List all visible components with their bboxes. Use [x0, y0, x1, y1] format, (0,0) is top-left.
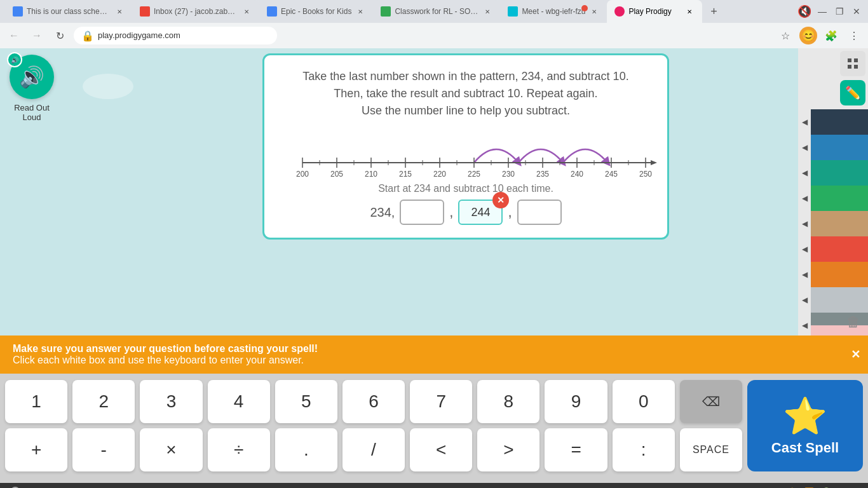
color-swatch-green[interactable]	[811, 186, 868, 211]
mute-icon[interactable]: 🔇	[797, 4, 811, 18]
tab-favicon	[614, 6, 625, 17]
color-arrow: ◀	[798, 321, 811, 330]
tab-classwork[interactable]: Classwork for RL - SOCI/... ✕	[373, 0, 500, 23]
center-panel: Take the last number shown in the patter…	[64, 48, 868, 336]
key-colon[interactable]: :	[613, 428, 675, 471]
answer-input-3[interactable]	[517, 200, 562, 225]
key-7[interactable]: 7	[410, 380, 472, 423]
svg-text:210: 210	[365, 170, 377, 179]
key-2[interactable]: 2	[72, 380, 135, 423]
tab-gmail[interactable]: Inbox (27) - jacob.zabal... ✕	[132, 0, 259, 23]
profile-avatar[interactable]: 😊	[799, 27, 817, 44]
input1-wrapper	[400, 200, 444, 225]
tab-close-btn[interactable]: ✕	[355, 6, 365, 17]
color-arrow: ◀	[798, 295, 811, 304]
input2-wrapper: ✕	[458, 200, 503, 225]
key-minus[interactable]: -	[72, 428, 135, 471]
backspace-key[interactable]: ⌫	[680, 380, 742, 423]
cast-spell-button[interactable]: ⭐ Cast Spell	[747, 380, 863, 471]
extensions-icon[interactable]: 🧩	[822, 27, 840, 44]
color-palette: ✏️ ◀ ◀ ◀	[798, 48, 868, 336]
color-row-orange: ◀	[798, 262, 868, 287]
trash-button[interactable]: 🗑	[846, 314, 860, 330]
key-3[interactable]: 3	[140, 380, 202, 423]
key-5[interactable]: 5	[275, 380, 337, 423]
key-slash[interactable]: /	[342, 428, 405, 471]
key-6[interactable]: 6	[342, 380, 405, 423]
key-multiply[interactable]: ×	[140, 428, 202, 471]
key-1[interactable]: 1	[5, 380, 67, 423]
svg-text:240: 240	[571, 170, 583, 179]
bookmark-icon[interactable]: ☆	[776, 27, 794, 44]
tab-meet[interactable]: Meet - wbg-iefr-fzu ✕	[500, 0, 607, 23]
answer-input-1[interactable]	[400, 200, 444, 225]
main-content: 🔊 🔊 Read Out Loud Take the last number s…	[0, 48, 868, 336]
tab-label: This is our class schedu...	[27, 7, 111, 16]
tab-favicon	[381, 6, 391, 17]
tab-label: Meet - wbg-iefr-fzu	[522, 7, 585, 16]
tab-close-btn[interactable]: ✕	[589, 6, 599, 17]
color-row-blue: ◀	[798, 135, 868, 160]
menu-icon[interactable]: ⋮	[845, 27, 863, 44]
svg-text:225: 225	[468, 170, 480, 179]
pencil-button[interactable]: ✏️	[840, 80, 865, 105]
key-less-than[interactable]: <	[410, 428, 472, 471]
tab-bar: This is our class schedu... ✕ Inbox (27)…	[0, 0, 868, 23]
color-swatches: ◀ ◀ ◀ ◀	[798, 109, 868, 336]
color-row-teal: ◀	[798, 160, 868, 186]
restore-button[interactable]: ❐	[833, 4, 846, 19]
keyboard-row-1: 1 2 3 4 5 6 7 8 9 0 ⌫	[5, 380, 742, 423]
tab-class-schedule[interactable]: This is our class schedu... ✕	[5, 0, 132, 23]
key-divide[interactable]: ÷	[208, 428, 270, 471]
color-swatch-dark-navy[interactable]	[811, 109, 868, 135]
url-bar[interactable]: 🔒 play.prodigygame.com	[74, 27, 277, 44]
pencil-icon: ✏️	[845, 85, 861, 100]
key-0[interactable]: 0	[613, 380, 675, 423]
color-arrow: ◀	[798, 143, 811, 152]
key-dot[interactable]: .	[275, 428, 337, 471]
color-row-tan: ◀	[798, 211, 868, 236]
key-greater-than[interactable]: >	[477, 428, 539, 471]
key-4[interactable]: 4	[208, 380, 270, 423]
color-swatch-orange[interactable]	[811, 262, 868, 287]
key-8[interactable]: 8	[477, 380, 539, 423]
tab-prodigy[interactable]: Play Prodigy ✕	[607, 0, 702, 23]
answer-area: 234, , ✕ ,	[283, 200, 648, 225]
tab-label: Epic - Books for Kids	[281, 7, 351, 16]
color-swatch-blue[interactable]	[811, 135, 868, 160]
key-equals[interactable]: =	[545, 428, 607, 471]
color-swatch-light-gray[interactable]	[811, 287, 868, 313]
space-key[interactable]: SPACE	[680, 428, 742, 471]
refresh-button[interactable]: ↻	[51, 27, 69, 44]
question-card: Take the last number shown in the patter…	[262, 53, 669, 240]
color-row-red: ◀	[798, 236, 868, 262]
key-9[interactable]: 9	[545, 380, 607, 423]
svg-rect-37	[854, 65, 858, 69]
color-arrow: ◀	[798, 245, 811, 254]
cast-spell-label: Cast Spell	[771, 440, 839, 456]
tab-label: Classwork for RL - SOCI/...	[395, 7, 478, 16]
close-button[interactable]: ✕	[850, 4, 863, 19]
minimize-button[interactable]: —	[815, 4, 829, 19]
tab-epic[interactable]: Epic - Books for Kids ✕	[259, 0, 373, 23]
tab-close-btn[interactable]: ✕	[684, 6, 695, 17]
key-plus[interactable]: +	[5, 428, 67, 471]
color-swatch-tan[interactable]	[811, 211, 868, 236]
color-swatch-teal[interactable]	[811, 160, 868, 186]
svg-text:205: 205	[330, 170, 343, 179]
new-tab-button[interactable]: +	[705, 3, 722, 20]
back-button[interactable]: ←	[5, 27, 23, 44]
lock-icon: 🔒	[81, 30, 94, 42]
url-text: play.prodigygame.com	[98, 27, 180, 44]
notification-close-button[interactable]: ✕	[851, 348, 860, 362]
tab-label: Play Prodigy	[628, 7, 681, 16]
color-swatch-red[interactable]	[811, 236, 868, 262]
tab-close-btn[interactable]: ✕	[114, 6, 125, 17]
tab-close-btn[interactable]: ✕	[482, 6, 492, 17]
forward-button[interactable]: →	[28, 27, 46, 44]
tab-close-btn[interactable]: ✕	[241, 6, 252, 17]
grid-button[interactable]	[840, 51, 865, 76]
speaker-icon: 🔊	[19, 65, 44, 89]
instruction-area: Start at 234 and subtract 10 each time. …	[283, 183, 648, 225]
svg-text:235: 235	[536, 170, 549, 179]
